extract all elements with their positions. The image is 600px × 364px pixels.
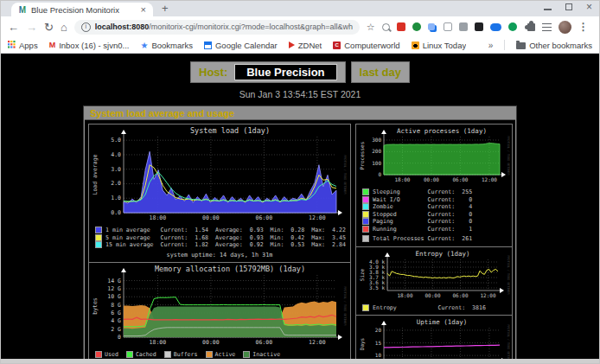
address-bar[interactable]: i localhost:8080/monitorix-cgi/monitorix…: [74, 20, 360, 35]
url-host: localhost:8080: [95, 22, 150, 31]
bookmarks-divider: [504, 40, 505, 50]
svg-text:200: 200: [372, 148, 381, 154]
active-processes-graph[interactable]: Active processes (1day)Processes01002003…: [358, 126, 510, 188]
svg-text:4.0: 4.0: [111, 151, 121, 158]
window-controls: ×: [544, 3, 592, 11]
bookmarks-overflow-chevron[interactable]: »: [488, 41, 494, 50]
translate-extension-icon[interactable]: [412, 22, 421, 31]
legend-text: 15 min average Current: 1.82 Average: 0.…: [105, 241, 346, 249]
svg-text:RRDTOOL / TOBI OETIKER: RRDTOOL / TOBI OETIKER: [343, 156, 347, 195]
system-load-section: System load average and usage System loa…: [84, 106, 516, 359]
search-extension-icon[interactable]: [382, 23, 390, 31]
legend-text: Running Current: 1: [373, 226, 472, 233]
bookmark-item[interactable]: ★Bookmarks: [140, 41, 192, 50]
bookmark-item[interactable]: Apps: [8, 41, 38, 50]
active-processes-graph-cell: Active processes (1day)Processes01002003…: [356, 125, 512, 247]
monitorix-page: Host: Blue Precision last day Sun Jan 3 …: [1, 54, 599, 359]
svg-text:3.8 k: 3.8 k: [369, 269, 385, 275]
bookmark-item[interactable]: Google Calendar: [204, 41, 278, 50]
bookmark-item[interactable]: MInbox (16) - sjvn0...: [49, 41, 130, 50]
system-load-legend: 1 min average Current: 1.54 Average: 0.9…: [91, 227, 348, 260]
cast-extension-icon[interactable]: [459, 22, 468, 31]
legend-row: Stopped Current: 0: [362, 211, 506, 219]
legend-row: Wait I/O Current: 0: [362, 196, 506, 204]
host-header: Host: Blue Precision last day: [1, 54, 599, 83]
svg-text:3.0: 3.0: [111, 166, 121, 173]
legend-row: Total Processes Current: 261: [362, 235, 506, 243]
svg-text:3.6 k: 3.6 k: [369, 279, 385, 285]
legend-swatch: [362, 196, 369, 203]
back-button-icon[interactable]: ←: [8, 22, 19, 33]
legend-text: Wait I/O Current: 0: [373, 196, 472, 204]
svg-text:4.0 k: 4.0 k: [369, 259, 385, 265]
legend-swatch: [362, 218, 369, 225]
bookmark-label: Computerworld: [344, 41, 399, 50]
browser-menu-icon[interactable]: ⋮: [578, 21, 589, 33]
messages-extension-icon[interactable]: [490, 23, 501, 31]
legend-text: Cached: [136, 351, 156, 359]
reading-list-icon[interactable]: [542, 23, 552, 31]
svg-text:12:00: 12:00: [480, 292, 495, 298]
legend-swatch: [95, 234, 102, 241]
legend-text: Entropy Current: 3816: [373, 304, 486, 312]
meet-extension-icon[interactable]: [508, 22, 517, 31]
svg-text:12 G: 12 G: [107, 284, 121, 291]
screenshot-tool-extension-icon[interactable]: [444, 22, 452, 31]
legend-row: Running Current: 1: [362, 226, 506, 233]
legend-text: 5 min average Current: 1.68 Average: 0.9…: [105, 234, 346, 242]
dark-app-extension-icon[interactable]: [475, 22, 483, 31]
svg-text:10: 10: [375, 352, 382, 358]
mail-checker-extension-icon[interactable]: [397, 22, 405, 31]
legend-swatch: [362, 304, 369, 311]
legend-text: Paging Current: 0: [373, 218, 472, 226]
svg-text:Entropy (1day): Entropy (1day): [415, 250, 469, 258]
new-tab-button[interactable]: +: [162, 2, 169, 16]
svg-text:15: 15: [375, 340, 382, 346]
forward-button-icon[interactable]: →: [26, 22, 37, 33]
tab-strip: M Blue Precision Monitorix × + ×: [1, 1, 599, 16]
svg-text:06:00: 06:00: [452, 292, 468, 298]
svg-text:0: 0: [118, 334, 121, 341]
home-button-icon[interactable]: ⌂: [61, 22, 67, 33]
uptime-graph[interactable]: Uptime (1day)Days10152018:0000:0006:0012…: [358, 317, 510, 359]
system-load-graph[interactable]: System load (1day)Load average0.01.02.03…: [91, 126, 348, 227]
svg-text:18:00: 18:00: [397, 292, 412, 298]
legend-swatch: [164, 351, 171, 358]
system-uptime-note: system uptime: 14 days, 1h 31m: [95, 252, 344, 259]
bookmark-item[interactable]: CComputerworld: [333, 41, 399, 50]
legend-text: 1 min average Current: 1.54 Average: 0.9…: [105, 227, 346, 234]
window-minimize-button[interactable]: [544, 9, 552, 10]
entropy-graph[interactable]: Entropy (1day)Size3.5 k3.6 k3.7 k3.8 k3.…: [358, 249, 510, 304]
svg-text:14 G: 14 G: [107, 277, 121, 284]
profile-avatar[interactable]: [559, 21, 571, 34]
legend-text: Inactive: [252, 351, 280, 359]
svg-text:3.9 k: 3.9 k: [369, 264, 385, 270]
host-label: Host:: [199, 66, 227, 79]
bookmark-label: Apps: [19, 41, 38, 50]
svg-text:RRDTOOL / TOBI OETIKER: RRDTOOL / TOBI OETIKER: [343, 286, 347, 326]
bookmark-star-icon[interactable]: ☆: [367, 22, 375, 33]
legend-row: Zombie Current: 4: [362, 203, 506, 211]
svg-text:System load (1day): System load (1day): [190, 126, 270, 135]
tab-close-icon[interactable]: ×: [141, 5, 146, 14]
site-info-icon[interactable]: i: [81, 22, 91, 32]
docs-pages-extension-icon[interactable]: [428, 23, 435, 30]
other-bookmarks-button[interactable]: Other bookmarks: [516, 41, 592, 50]
monitorix-favicon-icon: M: [18, 2, 27, 17]
legend-text: Stopped Current: 0: [373, 211, 472, 219]
legend-swatch: [243, 351, 250, 358]
window-close-button[interactable]: ×: [586, 3, 592, 11]
window-maximize-button[interactable]: [565, 3, 572, 10]
memory-allocation-graph[interactable]: Memory allocation (15792MB) (1day)bytes0…: [91, 265, 348, 351]
svg-text:2 G: 2 G: [111, 325, 121, 332]
svg-text:M: M: [19, 5, 26, 14]
entropy-legend: Entropy Current: 3816: [358, 304, 510, 314]
bookmark-item[interactable]: ZDNet: [289, 41, 322, 50]
bookmark-item[interactable]: Linux Today: [412, 41, 466, 50]
svg-text:3.5 k: 3.5 k: [369, 284, 385, 291]
reload-button-icon[interactable]: ↻: [44, 22, 54, 33]
computerworld-icon: C: [333, 42, 341, 49]
extensions-puzzle-icon[interactable]: [527, 23, 535, 31]
bookmark-label: Inbox (16) - sjvn0...: [59, 41, 129, 50]
browser-tab[interactable]: M Blue Precision Monitorix ×: [11, 3, 153, 16]
